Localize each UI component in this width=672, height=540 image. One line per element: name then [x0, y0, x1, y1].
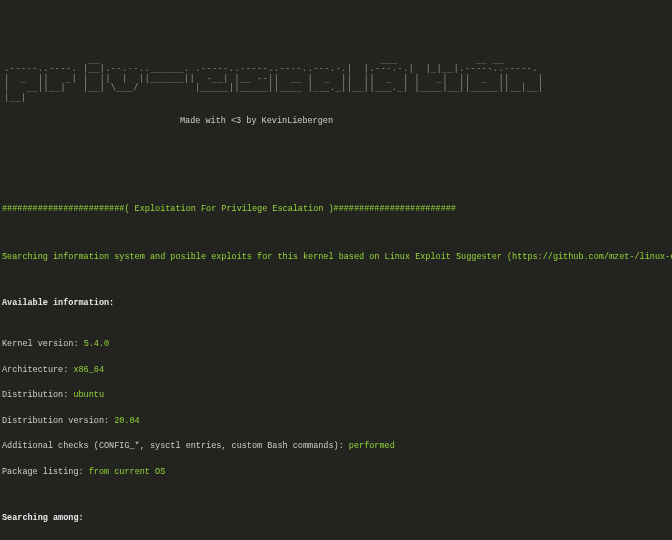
- distribution-version: Distribution version: 20.04: [2, 415, 670, 428]
- package-listing: Package listing: from current OS: [2, 466, 670, 479]
- available-info-header: Available information:: [2, 297, 670, 310]
- made-with: Made with <3 by KevinLiebergen: [180, 115, 672, 128]
- terminal-output: ########################( Exploitation F…: [0, 163, 672, 540]
- distribution: Distribution: ubuntu: [2, 389, 670, 402]
- searching-among-header: Searching among:: [2, 512, 670, 525]
- kernel-version: Kernel version: 5.4.0: [2, 338, 670, 351]
- additional-checks: Additional checks (CONFIG_*, sysctl entr…: [2, 440, 670, 453]
- les-description: Searching information system and posible…: [2, 251, 670, 264]
- architecture: Architecture: x86_64: [2, 364, 670, 377]
- section-banner: ########################( Exploitation F…: [2, 203, 670, 216]
- ascii-banner: __ ___ __ __ .-----..----. |__|.--.--.._…: [4, 55, 672, 102]
